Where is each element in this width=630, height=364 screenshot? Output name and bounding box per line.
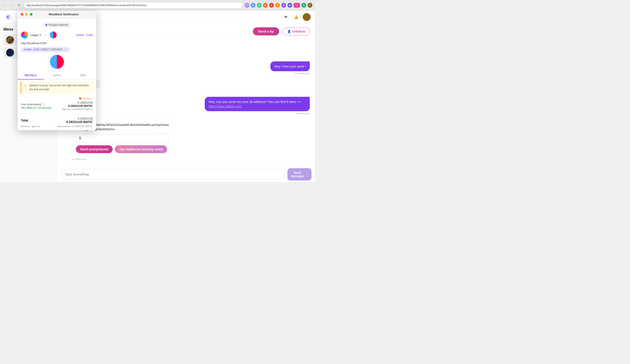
chat-user-name: Gwen <box>75 27 250 32</box>
metamask-ext-badge: 1 <box>294 3 300 8</box>
msg-time-2: 2 minutes ago <box>295 72 310 75</box>
message-row-4: Hey, can you send me your zk address? Yo… <box>62 97 310 115</box>
message-row-1: Hey 2 minutes ago <box>62 44 310 57</box>
ext-icon-5: ▲ <box>269 3 274 8</box>
chat-message-input[interactable] <box>60 169 285 180</box>
person-icon: 👤 <box>287 30 291 33</box>
msg-time-4: a minute ago <box>296 112 310 115</box>
account-arrow-icon: → <box>43 33 48 37</box>
ext-icon-6: ♦ <box>275 3 280 8</box>
zkbob-amount-input[interactable] <box>76 134 169 143</box>
ext-icon-7: ■ <box>281 3 286 8</box>
window-maximize-button[interactable] <box>30 13 32 16</box>
user-avatar-nav[interactable] <box>303 13 310 21</box>
metamask-overlay: MetaMask Notification Polygon Mainnet Le… <box>18 10 96 130</box>
svg-point-0 <box>8 16 9 18</box>
message-row-2: Hey I love your work ! 2 minutes ago <box>62 61 310 75</box>
window-minimize-button[interactable] <box>25 13 28 16</box>
chat-user-handle: @gwenole <box>75 32 250 35</box>
network-badge: Polygon Mainnet <box>43 22 71 27</box>
nav-forward-button[interactable]: → <box>10 3 15 8</box>
max-amount: Max amount: 0.23480787 MATIC <box>58 125 93 128</box>
unfollow-label: Unfollow <box>292 30 305 33</box>
nav-back-button[interactable]: ← <box>2 3 8 8</box>
ext-icon-8: ◆ <box>288 3 292 8</box>
send-anonymously-button[interactable]: Send anonymously <box>76 145 113 153</box>
send-tip-button[interactable]: Send a tip <box>253 27 279 35</box>
amount-gas-label: Amount + gas fee <box>21 125 40 128</box>
zap-stablecoin-button[interactable]: Zap stablecoin (coming soon) <box>115 145 167 153</box>
account-avatar-to <box>50 31 57 38</box>
gas-label-text: Gas (estimated) <box>21 103 41 106</box>
window-close-button[interactable] <box>20 13 24 16</box>
addr-pill-text: 0x668...F289 <box>24 48 40 51</box>
ext-icon-9: ■ <box>302 3 306 8</box>
max-fee: Max fee: 0.23480787 MATIC <box>62 108 93 111</box>
metamask-avatar-circle <box>50 55 64 69</box>
ext-icon-3: ■ <box>257 3 262 8</box>
ext-icon-4: ◆ <box>263 3 268 8</box>
total-value: 0.18321143 <box>66 117 93 120</box>
account-from-name: Ledger 2 <box>30 33 41 37</box>
total-row: Total 0.18321143 0.18321143 MATIC <box>18 116 96 125</box>
modal-divider <box>18 114 96 114</box>
send-message-button[interactable]: Sendmessage → <box>288 168 312 181</box>
metamask-modal: MetaMask Notification Polygon Mainnet Le… <box>18 10 96 130</box>
modal-titlebar: MetaMask Notification <box>18 10 96 18</box>
tab-data[interactable]: DATA <box>44 71 70 79</box>
zkbob-buttons: Send anonymously Zap stablecoin (coming … <box>76 145 169 153</box>
market-link[interactable]: 🦊 Market > <box>21 97 93 100</box>
send-msg-label: Sendmessage <box>291 171 304 178</box>
msg-bubble-2: Hey I love your work ! <box>270 61 310 71</box>
network-label: Polygon Mainnet <box>48 23 68 26</box>
chat-header-info: Gwen @gwenole <box>75 27 250 35</box>
gas-value: 0.18321143 <box>62 101 93 104</box>
nav-refresh-button[interactable]: ↻ <box>16 3 22 8</box>
msg-time-5: a minute ago <box>72 158 173 160</box>
total-right: 0.18321143 0.18321143 MATIC <box>66 117 93 124</box>
tab-details[interactable]: DETAILS <box>18 71 44 80</box>
account-to-addr: 0x668...F289 <box>76 33 93 37</box>
gas-section: 🦊 Market > Gas (estimated) i Very likely… <box>18 95 96 112</box>
msg-content-4: Hey, can you send me your zk address? Yo… <box>205 97 310 115</box>
url-bar[interactable]: http://localhost:4783/messages/0x9fa746b… <box>24 2 243 8</box>
modal-title: MetaMask Notification <box>34 13 93 16</box>
user-avatar-browser[interactable]: G <box>308 3 312 8</box>
addr-pill: 0x668...F289 DIRECT DEPOSIT i <box>21 47 70 52</box>
gas-label: Gas (estimated) i <box>21 103 52 106</box>
nav-icons: ✉ 🔔 <box>282 13 310 21</box>
amount-fee-row: Amount + gas fee Max amount: 0.23480787 … <box>18 125 96 130</box>
bell-button[interactable]: 🔔 <box>292 13 300 21</box>
message-row-3: Oh thank you! 2 minutes ago <box>62 79 310 92</box>
deposit-label: DIRECT DEPOSIT <box>41 48 62 51</box>
warning-icon: ⚠ <box>24 84 27 88</box>
metamask-url: http://localhost:4783 <box>18 40 96 46</box>
send-arrow-icon: → <box>305 173 308 176</box>
msg-content-2: Hey I love your work ! 2 minutes ago <box>270 61 310 75</box>
zkbob-link[interactable]: https://app.zkbob.com/ <box>209 104 242 108</box>
tab-hex[interactable]: HEX <box>70 71 96 79</box>
total-matic: 0.18321143 MATIC <box>66 120 93 124</box>
account-avatar-from <box>21 31 28 38</box>
sidebar-avatar-2 <box>6 49 14 57</box>
lens-logo[interactable] <box>4 13 12 21</box>
message-row-5: zkbob_polygon:8bfG4yC9F8ZZtUZam6WL9N2GNr… <box>62 119 310 160</box>
mail-button[interactable]: ✉ <box>282 13 290 21</box>
ext-icon-2: ■ <box>251 3 256 8</box>
unfollow-button[interactable]: 👤 Unfollow <box>282 27 310 35</box>
browser-chrome: ← → ↻ http://localhost:4783/messages/0x9… <box>0 0 315 10</box>
gas-likely: Very likely in < 15 seconds <box>21 106 52 109</box>
info-icon[interactable]: i <box>64 48 67 51</box>
sidebar-avatar-1 <box>6 36 14 44</box>
url-text: http://localhost:4783/messages/0x9fa746b… <box>26 4 147 6</box>
ext-icon-1: 19 <box>244 3 250 8</box>
chat-input-bar: Sendmessage → <box>57 166 315 182</box>
network-dot <box>46 24 47 26</box>
gas-row: Gas (estimated) i Very likely in < 15 se… <box>21 101 93 111</box>
msg-bubble-4: Hey, can you send me your zk address? Yo… <box>205 97 310 111</box>
gas-info-icon[interactable]: i <box>42 103 45 106</box>
total-label: Total <box>21 119 28 122</box>
warning-text: Network is busy. Gas prices are high and… <box>29 83 90 91</box>
gas-matic: 0.18321143 MATIC <box>62 104 93 108</box>
browser-extension-icons: 19 ■ ■ ◆ ▲ ♦ ■ ◆ 1 ■ G <box>244 3 312 8</box>
